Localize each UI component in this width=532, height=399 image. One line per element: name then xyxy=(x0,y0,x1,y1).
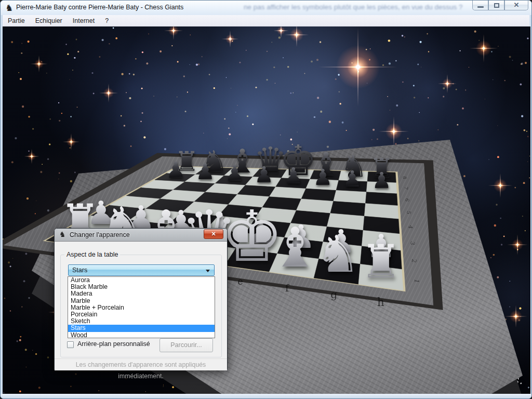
menu-item-[interactable]: ? xyxy=(100,16,114,25)
white-rook-h1[interactable]: ♜ xyxy=(361,239,402,285)
appearance-dialog: Aspect de la table Stars AuroraBlack Mar… xyxy=(54,228,228,370)
dropdown-option[interactable]: Marble + Porcelain xyxy=(68,304,215,311)
menu-item-internet[interactable]: Internet xyxy=(68,16,100,25)
dropdown-option[interactable]: Sketch xyxy=(68,318,215,325)
board-letter: g xyxy=(330,288,337,301)
menu-item-echiquier[interactable]: Echiquier xyxy=(30,16,68,25)
dialog-title: Changer l'apparence xyxy=(70,229,130,241)
black-pawn-g7[interactable]: ♟ xyxy=(342,167,362,190)
dialog-close-button[interactable]: ✕ xyxy=(204,229,223,239)
menu-item-partie[interactable]: Partie xyxy=(3,16,30,25)
combobox-value: Stars xyxy=(72,265,87,276)
dialog-body: Aspect de la table Stars AuroraBlack Mar… xyxy=(55,242,227,370)
close-icon: ✕ xyxy=(204,230,223,238)
restore-button[interactable] xyxy=(488,1,504,10)
browse-button: Parcourir... xyxy=(159,338,213,352)
window-frame-bottom xyxy=(1,394,532,399)
custom-background-checkbox[interactable] xyxy=(67,341,74,348)
titlebar[interactable]: ne pas afficher les symboles plutôt que … xyxy=(1,1,532,15)
black-pawn-h7[interactable]: ♟ xyxy=(372,169,392,191)
white-bishop-f1[interactable]: ♝ xyxy=(271,220,320,275)
menubar: PartieEchiquierInternet? xyxy=(3,15,530,26)
groupbox-label: Aspect de la table xyxy=(64,251,120,258)
knight-icon: ♞ xyxy=(59,230,66,238)
black-pawn-c7[interactable]: ♟ xyxy=(225,162,245,184)
window-controls: ✕ xyxy=(472,1,528,10)
dropdown-option[interactable]: Stars xyxy=(68,325,215,331)
dropdown-option[interactable]: Madera xyxy=(68,290,215,297)
window-title: Pierre-Marie Baty contre Pierre-Marie Ba… xyxy=(16,1,183,15)
minimize-icon xyxy=(477,6,484,8)
restore-icon xyxy=(494,3,499,8)
dialog-titlebar[interactable]: ♞ Changer l'apparence ✕ xyxy=(55,229,227,242)
black-pawn-e7[interactable]: ♟ xyxy=(284,165,303,187)
board-number: 8 xyxy=(402,176,408,179)
board-number: 6 xyxy=(404,198,410,202)
black-pawn-f7[interactable]: ♟ xyxy=(313,166,332,189)
board-letter: h xyxy=(377,295,384,308)
knight-icon: ♞ xyxy=(5,3,13,13)
checkbox-label: Arrière-plan personnalisé xyxy=(77,340,150,348)
table-aspect-combobox[interactable]: Stars xyxy=(68,264,215,276)
black-pawn-a7[interactable]: ♟ xyxy=(166,159,185,181)
board-letter: f xyxy=(285,282,289,294)
chess-giants-window: ne pas afficher les symboles plutôt que … xyxy=(0,0,532,399)
chevron-down-icon xyxy=(206,270,210,272)
black-pawn-d7[interactable]: ♟ xyxy=(254,163,274,185)
ghost-tooltip-text: ne pas afficher les symboles plutôt que … xyxy=(244,3,493,14)
dropdown-option[interactable]: Wood xyxy=(68,332,215,339)
dialog-status-text: Les changements d'apparence sont appliqu… xyxy=(55,358,227,370)
dropdown-option[interactable]: Marble xyxy=(68,298,215,304)
black-pawn-b7[interactable]: ♟ xyxy=(195,161,215,183)
combobox-dropdown-list: AuroraBlack MarbleMaderaMarbleMarble + P… xyxy=(68,276,215,338)
close-icon: ✕ xyxy=(505,1,528,9)
white-knight-g1[interactable]: ♞ xyxy=(315,229,361,280)
minimize-button[interactable] xyxy=(472,1,488,10)
game-scene[interactable]: Le trait est aux blancs. Aspect de la ta… xyxy=(3,26,530,394)
close-button[interactable]: ✕ xyxy=(504,1,528,10)
